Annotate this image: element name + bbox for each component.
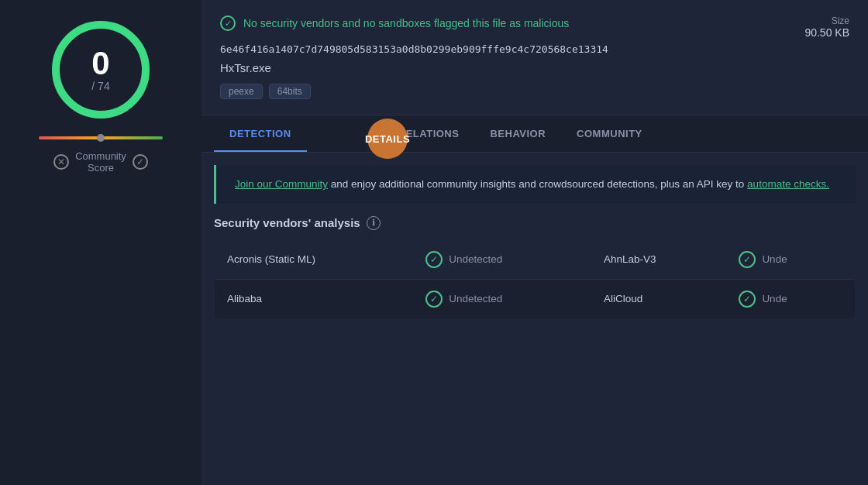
score-denom: / 74 (91, 80, 109, 92)
vendor-status-acronis: ✓ Undetected (413, 239, 591, 279)
tags-row: peexe 64bits (220, 84, 849, 99)
score-number: 0 (91, 47, 109, 80)
size-value: 90.50 KB (804, 26, 849, 39)
table-row: Acronis (Static ML) ✓ Undetected AhnLab-… (215, 239, 856, 279)
filename-text: HxTsr.exe (220, 61, 849, 74)
x-circle-icon: ✕ (53, 154, 69, 170)
status-banner: ✓ No security vendors and no sandboxes f… (220, 15, 849, 31)
vendor-name-alibaba: Alibaba (215, 279, 414, 318)
vendor-check-icon: ✓ (425, 251, 443, 268)
score-bar-container (39, 136, 163, 139)
vendor-check-icon-3: ✓ (425, 291, 443, 308)
vendor-status-alicloud: ✓ Unde (726, 279, 855, 318)
tag-peexe: peexe (220, 84, 263, 99)
vendor-name-ahnlab: AhnLab-V3 (591, 239, 726, 279)
automate-checks-link[interactable]: automate checks. (747, 178, 829, 190)
community-score-label: CommunityScore (75, 150, 126, 174)
hash-text: 6e46f416a1407c7d749805d583153a0d8b0299eb… (220, 43, 849, 55)
vendors-title-row: Security vendors' analysis ℹ (214, 216, 856, 230)
vendors-info-icon[interactable]: ℹ (367, 216, 381, 230)
vendors-section: Security vendors' analysis ℹ Acronis (St… (202, 204, 868, 332)
score-center: 0 / 74 (91, 47, 109, 92)
vendor-check-icon-2: ✓ (739, 251, 756, 268)
size-label: Size (804, 15, 849, 26)
join-community-link[interactable]: Join our Community (235, 178, 328, 190)
vendors-table: Acronis (Static ML) ✓ Undetected AhnLab-… (214, 239, 856, 319)
tab-behavior[interactable]: BEHAVIOR (474, 115, 561, 152)
banner-middle-text: and enjoy additional community insights … (328, 178, 747, 190)
tab-details-bubble[interactable]: DETAILS (367, 119, 408, 159)
tab-detection[interactable]: DETECTION (214, 115, 307, 152)
vendor-name-alicloud: AliCloud (591, 279, 726, 318)
vendors-title: Security vendors' analysis (214, 216, 360, 229)
main-container: 0 / 74 ✕ CommunityScore ✓ ✓ No security … (0, 0, 868, 485)
tag-64bits: 64bits (269, 84, 311, 99)
vendor-status-ahnlab: ✓ Unde (726, 239, 855, 279)
tab-community[interactable]: COMMUNITY (561, 115, 658, 152)
vendor-check-icon-4: ✓ (739, 291, 756, 308)
community-banner: Join our Community and enjoy additional … (214, 165, 856, 204)
tabs-row: DETECTION DETAILS DETAILS RELATIONS BEHA… (202, 115, 868, 153)
table-row: Alibaba ✓ Undetected AliCloud (215, 279, 856, 318)
score-bar-track (39, 136, 163, 139)
info-section: ✓ No security vendors and no sandboxes f… (202, 0, 868, 115)
status-message: No security vendors and no sandboxes fla… (243, 17, 569, 29)
right-panel: ✓ No security vendors and no sandboxes f… (202, 0, 868, 485)
score-bar-indicator (97, 134, 105, 142)
community-score-row: ✕ CommunityScore ✓ (53, 150, 148, 174)
content-area: Join our Community and enjoy additional … (202, 153, 868, 485)
vendor-status-alibaba: ✓ Undetected (413, 279, 591, 318)
score-circle: 0 / 74 (46, 15, 155, 124)
vendor-name-acronis: Acronis (Static ML) (215, 239, 414, 279)
size-info: Size 90.50 KB (804, 15, 849, 39)
check-circle-icon: ✓ (133, 154, 148, 170)
left-panel: 0 / 74 ✕ CommunityScore ✓ (0, 0, 202, 485)
status-icon: ✓ (220, 15, 236, 31)
